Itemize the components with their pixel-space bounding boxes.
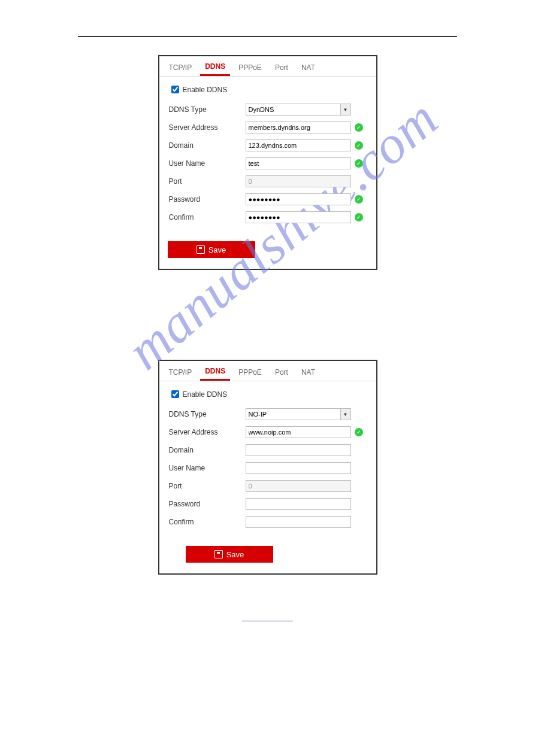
save-button-label: Save (226, 550, 244, 559)
confirm-label: Confirm (169, 213, 246, 221)
form-area: Enable DDNS DDNS Type ▼ Server Address ✓ (159, 77, 376, 269)
tab-ddns[interactable]: DDNS (200, 60, 230, 76)
confirm-input[interactable] (246, 211, 351, 223)
tab-nat[interactable]: NAT (297, 61, 320, 75)
tab-tcpip[interactable]: TCP/IP (164, 61, 197, 75)
form-area: Enable DDNS DDNS Type ▼ Server Address ✓ (159, 381, 376, 573)
tab-pppoe[interactable]: PPPoE (234, 61, 267, 75)
server-address-label: Server Address (169, 123, 246, 132)
ddns-type-value[interactable] (246, 104, 351, 116)
check-icon: ✓ (355, 428, 363, 436)
port-input (246, 175, 351, 187)
domain-input[interactable] (246, 139, 351, 151)
enable-ddns-label: Enable DDNS (183, 86, 228, 94)
user-name-label: User Name (169, 159, 246, 168)
password-input[interactable] (246, 193, 351, 205)
tab-ddns[interactable]: DDNS (200, 365, 230, 381)
ddns-type-label: DDNS Type (169, 105, 246, 114)
ddns-type-label: DDNS Type (169, 410, 246, 418)
footer-link-row: ​ (0, 611, 535, 621)
port-label: Port (169, 482, 246, 490)
check-icon: ✓ (355, 213, 363, 221)
check-icon: ✓ (355, 195, 363, 204)
ddns-panel-noip: TCP/IP DDNS PPPoE Port NAT Enable DDNS D… (158, 360, 377, 575)
save-button-label: Save (208, 245, 226, 254)
save-button[interactable]: Save (168, 241, 255, 258)
tab-bar: TCP/IP DDNS PPPoE Port NAT (159, 361, 376, 381)
user-name-input[interactable] (246, 462, 351, 474)
password-label: Password (169, 500, 246, 508)
check-icon: ✓ (355, 123, 363, 132)
domain-label: Domain (169, 446, 246, 454)
domain-label: Domain (169, 141, 246, 150)
tab-port[interactable]: Port (270, 366, 293, 380)
save-button[interactable]: Save (186, 546, 273, 563)
server-address-input[interactable] (246, 122, 351, 133)
footer-link[interactable]: ​ (242, 612, 293, 621)
tab-nat[interactable]: NAT (297, 366, 320, 380)
save-icon (197, 245, 205, 254)
document-page: TCP/IP DDNS PPPoE Port NAT Enable DDNS D… (0, 0, 535, 681)
ddns-type-select[interactable]: ▼ (246, 104, 351, 116)
enable-ddns-label: Enable DDNS (183, 390, 228, 399)
confirm-input[interactable] (246, 516, 351, 528)
tab-port[interactable]: Port (270, 61, 293, 75)
user-name-input[interactable] (246, 157, 351, 169)
save-icon (214, 550, 223, 558)
top-rule (78, 36, 457, 37)
tab-tcpip[interactable]: TCP/IP (164, 366, 197, 380)
domain-input[interactable] (246, 444, 351, 456)
enable-ddns-checkbox[interactable] (171, 86, 179, 93)
ddns-type-select[interactable]: ▼ (246, 408, 351, 420)
server-address-label: Server Address (169, 428, 246, 436)
user-name-label: User Name (169, 464, 246, 472)
tab-bar: TCP/IP DDNS PPPoE Port NAT (159, 56, 376, 77)
confirm-label: Confirm (169, 518, 246, 526)
port-input (246, 480, 351, 492)
tab-pppoe[interactable]: PPPoE (234, 366, 267, 380)
password-label: Password (169, 195, 246, 204)
port-label: Port (169, 177, 246, 186)
ddns-type-value[interactable] (246, 408, 351, 420)
check-icon: ✓ (355, 141, 363, 150)
password-input[interactable] (246, 498, 351, 510)
ddns-panel-dyndns: TCP/IP DDNS PPPoE Port NAT Enable DDNS D… (158, 55, 377, 270)
check-icon: ✓ (355, 159, 363, 168)
enable-ddns-checkbox[interactable] (171, 390, 179, 398)
server-address-input[interactable] (246, 426, 351, 438)
